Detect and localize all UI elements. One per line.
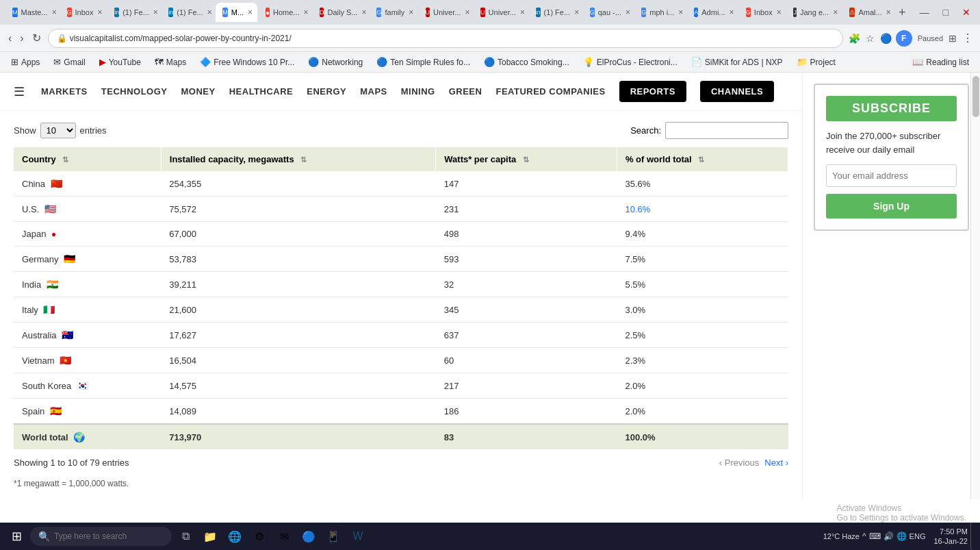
table-row: India 🇮🇳 39,211 32 5.5% bbox=[14, 272, 788, 297]
pagination-links: ‹ Previous Next › bbox=[719, 458, 788, 468]
tab-active[interactable]: M M... × bbox=[216, 3, 257, 22]
back-btn[interactable]: ‹ bbox=[5, 30, 14, 46]
minimize-btn[interactable]: — bbox=[916, 5, 933, 19]
prev-btn[interactable]: ‹ Previous bbox=[719, 458, 760, 468]
url-input[interactable] bbox=[70, 34, 834, 43]
tab-univer2[interactable]: U Univer... × bbox=[474, 3, 528, 22]
tab-mph[interactable]: G mph i... × bbox=[634, 3, 686, 22]
nav-technology[interactable]: TECHNOLOGY bbox=[101, 86, 168, 97]
tab-daily[interactable]: D Daily S... × bbox=[313, 3, 368, 22]
nav-healthcare[interactable]: HEALTHCARE bbox=[229, 86, 294, 97]
forward-btn[interactable]: › bbox=[17, 30, 26, 46]
bookmark-networking-label: Networking bbox=[322, 58, 363, 67]
browser-actions: 🧩 ☆ 🔵 F Paused ⊞ ⋮ bbox=[847, 30, 975, 47]
tab-jang[interactable]: J Jang e... × bbox=[786, 3, 841, 22]
profile-edge-icon[interactable]: 🔵 bbox=[879, 32, 893, 45]
tab-bar: M Maste... × G Inbox × in (1) Fe... × in… bbox=[0, 0, 980, 25]
cell-watts: 498 bbox=[436, 222, 617, 247]
main-content: ☰ MARKETS TECHNOLOGY MONEY HEALTHCARE EN… bbox=[0, 73, 802, 499]
tab-home[interactable]: ● Home... × bbox=[259, 3, 311, 22]
pagination-info: Showing 1 to 10 of 79 entries bbox=[14, 458, 129, 468]
bookmark-networking[interactable]: 🔵 Networking bbox=[302, 55, 368, 68]
flag-us: 🇺🇸 bbox=[44, 203, 56, 214]
col-watts[interactable]: Watts* per capita ⇅ bbox=[436, 147, 617, 171]
signup-btn[interactable]: Sign Up bbox=[826, 194, 957, 218]
tab-amal[interactable]: ⚠ Amal... × bbox=[842, 3, 893, 22]
col-country[interactable]: Country ⇅ bbox=[14, 147, 161, 171]
reload-btn[interactable]: ↻ bbox=[29, 30, 44, 46]
maximize-btn[interactable]: □ bbox=[939, 5, 953, 19]
nav-money[interactable]: MONEY bbox=[181, 86, 216, 97]
nav-reports-btn[interactable]: REPORTS bbox=[619, 81, 686, 102]
bookmark-reading-list[interactable]: 📖 Reading list bbox=[907, 55, 975, 68]
bookmark-gmail[interactable]: ✉ Gmail bbox=[48, 55, 90, 68]
tab-linkedin2[interactable]: in (1) Fe... × bbox=[162, 3, 214, 22]
table-row: Germany 🇩🇪 53,783 593 7.5% bbox=[14, 247, 788, 272]
nav-channels-btn[interactable]: CHANNELS bbox=[700, 81, 774, 102]
bookmark-maps[interactable]: 🗺 Maps bbox=[149, 55, 192, 68]
search-input[interactable] bbox=[665, 122, 788, 139]
simplerules-icon: 🔵 bbox=[376, 57, 387, 67]
hamburger-menu[interactable]: ☰ bbox=[14, 84, 25, 99]
nav-energy[interactable]: ENERGY bbox=[307, 86, 346, 97]
tab-qau[interactable]: G qau -... × bbox=[583, 3, 634, 22]
col-capacity[interactable]: Installed capacity, megawatts ⇅ bbox=[161, 147, 436, 171]
nav-markets[interactable]: MARKETS bbox=[41, 86, 88, 97]
cell-capacity: 14,089 bbox=[161, 399, 436, 425]
sidebar: SUBSCRIBE Join the 270,000+ subscriber r… bbox=[802, 73, 980, 499]
cell-country: Japan ● bbox=[14, 222, 161, 247]
bookmark-apps[interactable]: ⊞ Apps bbox=[5, 55, 45, 68]
bookmark-tobacco[interactable]: 🔵 Tobacco Smoking... bbox=[478, 55, 575, 68]
nav-green[interactable]: GREEN bbox=[449, 86, 482, 97]
browser-menu-icon[interactable]: ⋮ bbox=[961, 30, 975, 46]
tab-univer1[interactable]: U Univer... × bbox=[419, 3, 473, 22]
next-btn[interactable]: Next › bbox=[764, 458, 788, 468]
bookmarks-bar: ⊞ Apps ✉ Gmail ▶ YouTube 🗺 Maps 🔷 Free W… bbox=[0, 52, 980, 73]
bookmark-reading-label: Reading list bbox=[926, 58, 969, 67]
scrollbar[interactable] bbox=[970, 73, 980, 499]
col-pct[interactable]: % of world total ⇅ bbox=[617, 147, 788, 171]
extensions-icon[interactable]: 🧩 bbox=[847, 32, 862, 45]
bookmark-simkit[interactable]: 📄 SiMKit for ADS | NXP bbox=[686, 55, 788, 68]
bookmark-youtube-label: YouTube bbox=[109, 58, 141, 67]
new-tab-btn[interactable]: + bbox=[894, 4, 910, 21]
pct-link[interactable]: 10.6% bbox=[625, 204, 650, 214]
nav-maps[interactable]: MAPS bbox=[360, 86, 387, 97]
nav-featured[interactable]: FEATURED COMPANIES bbox=[495, 86, 605, 97]
tab-inbox[interactable]: G Inbox × bbox=[60, 3, 107, 22]
extensions-menu-icon[interactable]: ⊞ bbox=[947, 32, 958, 45]
bookmark-windows[interactable]: 🔷 Free Windows 10 Pr... bbox=[194, 55, 300, 68]
bookmark-project[interactable]: 📁 Project bbox=[791, 55, 841, 68]
scrollbar-thumb[interactable] bbox=[972, 76, 979, 117]
table-controls: Show 10 25 50 100 entries Search: bbox=[14, 122, 788, 139]
flag-spain: 🇪🇸 bbox=[50, 405, 62, 416]
nav-mining[interactable]: MINING bbox=[401, 86, 435, 97]
url-bar[interactable]: 🔒 bbox=[48, 29, 843, 48]
bookmark-tobacco-label: Tobacco Smoking... bbox=[498, 58, 569, 67]
tab-family[interactable]: G family × bbox=[370, 3, 417, 22]
tab-admin[interactable]: A Admi... × bbox=[687, 3, 738, 22]
tab-linkedin1[interactable]: in (1) Fe... × bbox=[107, 3, 160, 22]
entries-select[interactable]: 10 25 50 100 bbox=[40, 123, 76, 138]
total-row: World total 🌍 713,970 83 100.0% bbox=[14, 424, 788, 449]
bookmark-simplerules[interactable]: 🔵 Ten Simple Rules fo... bbox=[371, 55, 476, 68]
cell-capacity: 16,504 bbox=[161, 348, 436, 373]
close-btn[interactable]: ✕ bbox=[958, 5, 975, 19]
star-icon[interactable]: ☆ bbox=[864, 32, 876, 45]
elprocus-icon: 💡 bbox=[583, 57, 594, 67]
total-capacity: 713,970 bbox=[161, 424, 436, 449]
email-input[interactable] bbox=[826, 164, 957, 187]
table-row: China 🇨🇳 254,355 147 35.6% bbox=[14, 171, 788, 197]
pause-label: Paused bbox=[916, 33, 944, 44]
table-row: Spain 🇪🇸 14,089 186 2.0% bbox=[14, 399, 788, 425]
tab-inbox2[interactable]: G Inbox × bbox=[739, 3, 786, 22]
tab-linkedin3[interactable]: in (1) Fe... × bbox=[529, 3, 582, 22]
lock-icon: 🔒 bbox=[57, 34, 67, 43]
bookmark-apps-label: Apps bbox=[21, 58, 40, 67]
bookmark-youtube[interactable]: ▶ YouTube bbox=[94, 55, 146, 68]
windows-icon: 🔷 bbox=[200, 57, 211, 67]
tab-master[interactable]: M Maste... × bbox=[5, 3, 59, 22]
profile-btn[interactable]: F bbox=[896, 30, 912, 47]
bookmark-elprocus[interactable]: 💡 ElProCus - Electroni... bbox=[578, 55, 683, 68]
show-label: Show bbox=[14, 125, 36, 136]
